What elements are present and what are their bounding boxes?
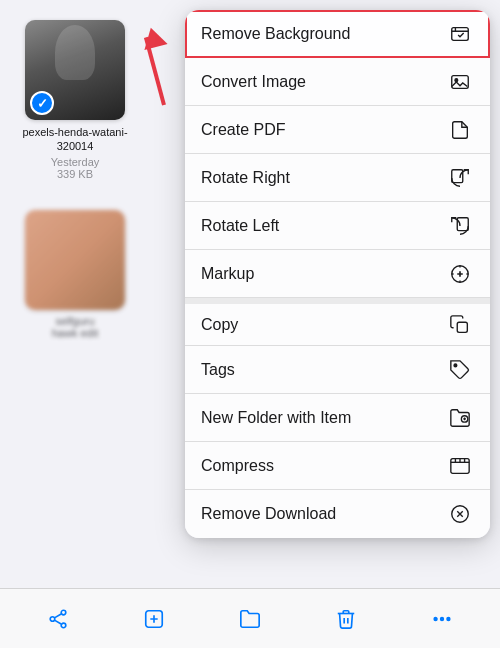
file-item-primary[interactable]: ✓ pexels-henda-watani-320014 Yesterday 3…: [20, 20, 130, 180]
svg-point-12: [50, 616, 55, 621]
file-thumbnail-2: [25, 210, 125, 310]
svg-rect-6: [457, 322, 467, 332]
selection-badge: ✓: [30, 91, 54, 115]
convert-image-icon: [446, 68, 474, 96]
remove-background-icon: [446, 20, 474, 48]
menu-item-convert-image[interactable]: Convert Image: [185, 58, 490, 106]
create-pdf-icon: [446, 116, 474, 144]
folder-button[interactable]: [228, 597, 272, 641]
markup-icon: [446, 260, 474, 288]
new-folder-icon: [446, 404, 474, 432]
bottom-toolbar: [0, 588, 500, 648]
menu-item-markup[interactable]: Markup: [185, 250, 490, 298]
svg-point-11: [61, 610, 66, 615]
menu-item-remove-download[interactable]: Remove Download: [185, 490, 490, 538]
menu-item-new-folder[interactable]: New Folder with Item: [185, 394, 490, 442]
menu-item-create-pdf[interactable]: Create PDF: [185, 106, 490, 154]
rotate-left-icon: [446, 212, 474, 240]
remove-download-icon: [446, 500, 474, 528]
menu-item-compress[interactable]: Compress: [185, 442, 490, 490]
share-button[interactable]: [36, 597, 80, 641]
menu-item-remove-background[interactable]: Remove Background: [185, 10, 490, 58]
svg-rect-0: [452, 27, 469, 40]
file-name-2: selfguruhawk edit: [20, 315, 130, 339]
context-menu: Remove Background Convert Image Create P…: [185, 10, 490, 538]
tags-icon: [446, 356, 474, 384]
svg-point-17: [447, 617, 450, 620]
svg-point-15: [434, 617, 437, 620]
menu-item-rotate-right[interactable]: Rotate Right: [185, 154, 490, 202]
svg-point-13: [61, 623, 66, 628]
file-thumbnail: ✓: [25, 20, 125, 120]
more-button[interactable]: [420, 597, 464, 641]
menu-item-rotate-left[interactable]: Rotate Left: [185, 202, 490, 250]
svg-rect-3: [452, 169, 463, 182]
svg-rect-4: [457, 217, 468, 230]
svg-point-16: [441, 617, 444, 620]
file-item-secondary: selfguruhawk edit: [20, 210, 130, 339]
menu-item-copy[interactable]: Copy: [185, 298, 490, 346]
add-button[interactable]: [132, 597, 176, 641]
file-name: pexels-henda-watani-320014: [20, 125, 130, 154]
svg-point-7: [454, 364, 457, 367]
copy-icon: [446, 311, 474, 339]
menu-item-tags[interactable]: Tags: [185, 346, 490, 394]
compress-icon: [446, 452, 474, 480]
trash-button[interactable]: [324, 597, 368, 641]
file-date: Yesterday: [20, 156, 130, 168]
file-size: 339 KB: [20, 168, 130, 180]
rotate-right-icon: [446, 164, 474, 192]
